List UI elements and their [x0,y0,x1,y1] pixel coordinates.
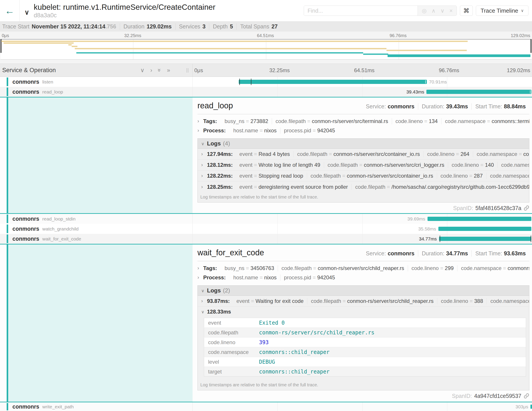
command-icon: ⌘ [463,7,469,14]
trace-services: Services 3 [175,23,209,30]
span-row-write-exit-path[interactable]: conmonrs write_exit_path 303μs [0,402,532,411]
process-accordion[interactable]: Process: host.namenixos process.pid94204… [198,273,529,282]
service-name: conmonrs [12,225,39,232]
span-meta: Service:conmonrs Duration:34.77ms Start … [362,250,529,257]
divider [198,114,529,114]
find-clear-icon[interactable]: × [449,8,453,14]
process-accordion[interactable]: Process: host.namenixos process.pid94204… [198,126,529,135]
deep-link-icon[interactable] [523,393,529,399]
span-duration-bar[interactable] [531,405,532,409]
collapse-one-icon[interactable]: ∨ [140,67,144,73]
span-name-cell[interactable]: conmonrs wait_for_exit_code [0,234,193,244]
find-next-icon[interactable]: ∨ [440,8,444,14]
minimap-canvas[interactable] [0,39,532,59]
tags-accordion[interactable]: Tags: busy_ns34506763 code.filepathconmo… [198,264,529,273]
tags-accordion[interactable]: Tags: busy_ns273882 code.filepathconmon-… [198,117,529,126]
minimap-span-bar [1,41,468,42]
span-name-cell[interactable]: conmonrs listen [0,77,193,87]
log-marker-tick [440,235,440,242]
span-name-cell[interactable]: conmonrs read_loop [0,87,193,97]
ruler-tick: 96.76ms [439,67,459,73]
span-duration-label: 39.43ms [407,87,427,97]
process-item: host.namenixos [230,274,280,281]
span-row-read-loop-stdin[interactable]: conmonrs read_loop_stdin 39.69ms [0,214,532,224]
table-row: levelDEBUG [204,357,526,367]
span-detail-left-gutter[interactable] [7,98,193,213]
log-entry[interactable]: 93.87ms: eventWaiting for exit code code… [198,296,529,307]
table-row: eventExited 0 [204,318,526,328]
timeline-grid-header: Service & Operation ∨ › » » 0μs 32.25ms … [0,64,532,77]
operation-name: listen [42,79,53,85]
find-prev-icon[interactable]: ∧ [431,8,436,14]
chevron-right-icon [201,184,207,190]
ruler-tick: 32.25ms [269,67,290,73]
timeline-ruler: 0μs 32.25ms 64.51ms 96.76ms 129.02ms [193,64,532,77]
trace-view-label: Trace Timeline [481,7,518,14]
table-row: code.filepathconmon-rs/server/src/child_… [204,328,526,338]
minimap-span-bar [363,54,388,55]
trace-summary-bar: Trace Start November 15 2022, 11:24:14.7… [0,21,532,31]
minimap-tick-labels: 0μs 32.25ms 64.51ms 96.76ms 129.02ms [0,31,532,39]
span-name-cell[interactable]: conmonrs read_loop_stdin [0,214,193,224]
service-name: conmonrs [12,403,39,410]
back-button[interactable]: ← [0,0,19,21]
span-row-watch-grandchild[interactable]: conmonrs watch_grandchild 35.58ms [0,224,532,234]
operation-name: read_loop_stdin [42,216,76,222]
trace-duration: Duration 129.02ms [120,23,175,30]
service-operation-header: Service & Operation ∨ › » » [0,64,193,77]
logs-accordion-header[interactable]: Logs (4) [198,138,529,149]
log-entry[interactable]: 127.94ms: eventRead 4 bytes code.filepat… [198,149,529,160]
span-name-cell[interactable]: conmonrs write_exit_path [0,402,193,411]
span-duration-bar[interactable] [439,237,531,241]
trace-view-dropdown[interactable]: Trace Timeline ∨ [476,6,528,16]
service-color-accent [7,225,8,233]
minimap-span-bar [388,54,531,57]
back-arrow-icon: ← [5,5,15,16]
deep-link-icon[interactable] [523,205,529,211]
log-marker-tick [425,80,426,83]
span-detail-read-loop: read_loop Service:conmonrs Duration:39.4… [0,97,532,214]
collapse-all-icon[interactable]: » [157,68,162,72]
find-box: ◎ ∧ ∨ × [304,6,457,16]
span-row-read-loop[interactable]: conmonrs read_loop 39.43ms [0,87,532,97]
span-timeline-cell: 39.69ms [193,214,532,224]
log-entry[interactable]: 128.22ms: eventStopping read loop code.f… [198,171,529,181]
expand-one-icon[interactable]: › [150,67,152,73]
process-item: host.namenixos [230,127,280,134]
expand-collapse-controls: ∨ › » » [140,67,190,73]
operation-name: write_exit_path [42,404,74,410]
log-entry[interactable]: 128.12ms: eventWrote log line of length … [198,160,529,171]
minimap-right-handle[interactable] [531,39,532,53]
span-row-wait-for-exit-code[interactable]: conmonrs wait_for_exit_code 34.77ms [0,234,532,244]
span-operation-title: wait_for_exit_code [198,248,264,257]
tag-item: code.filepathconmon-rs/server/src/termin… [272,118,392,124]
logs-note: Log timestamps are relative to the start… [198,380,529,390]
service-color-accent [7,88,8,96]
log-entry[interactable]: 128.25ms: eventderegistering event sourc… [198,181,529,192]
expanded-log-header[interactable]: 128.33ms [198,307,529,317]
span-duration-label: 34.77ms [419,234,439,244]
match-case-icon[interactable]: ◎ [422,8,427,14]
span-duration-bar[interactable] [426,90,531,94]
span-duration-label: 303μs [515,402,531,411]
expand-all-icon[interactable]: » [167,67,170,73]
tag-item: code.namespaceconmonrs::child_reap... [457,265,529,271]
span-detail-left-gutter[interactable] [7,245,193,402]
span-name-cell[interactable]: conmonrs watch_grandchild [0,224,193,234]
column-resize-grip[interactable] [187,68,188,73]
span-duration-bar[interactable] [428,217,531,221]
jaeger-trace-view: ← ∨ kubelet: runtime.v1.RuntimeService/C… [0,0,532,411]
logs-accordion-header[interactable]: Logs (2) [198,285,529,296]
minimap-span-bar [75,48,387,49]
minimap-span-bar [76,52,363,54]
span-duration-bar[interactable] [438,227,531,231]
trace-start: Trace Start November 15 2022, 11:24:14.7… [2,23,120,30]
minimap-span-bar [441,50,467,51]
keyboard-shortcuts-button[interactable]: ⌘ [460,6,473,16]
span-duration-bar[interactable] [239,80,427,84]
span-row-listen[interactable]: conmonrs listen 70.91ms [0,77,532,87]
find-input[interactable] [304,6,418,16]
span-detail-title-row: wait_for_exit_code Service:conmonrs Dura… [198,248,529,257]
collapse-trace-header-icon[interactable]: ∨ [24,9,29,16]
operation-name: read_loop [42,89,63,95]
